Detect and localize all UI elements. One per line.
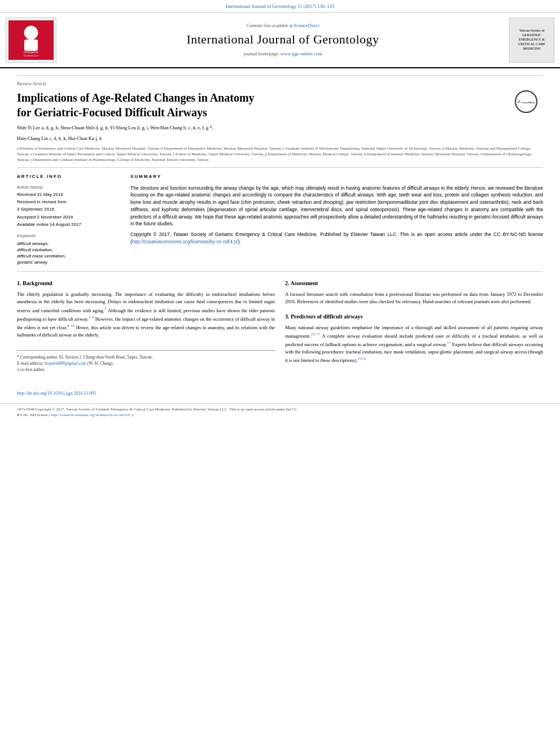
journal-title: International Journal of Gerontology xyxy=(62,31,504,49)
article-info-heading: ARTICLE INFO xyxy=(17,173,121,180)
contents-label: Contents lists available at xyxy=(247,23,293,28)
journal-logo-right: Taiwan Society of GERIATRIC EMERGENCY & … xyxy=(509,18,554,63)
ref-17: 17 xyxy=(447,340,451,344)
article-type: Review Article xyxy=(17,75,543,88)
section3-paragraph: Many national airway guidelines emphasiz… xyxy=(285,324,543,364)
article-info-column: ARTICLE INFO Article history: Received 3… xyxy=(17,173,121,265)
email-link[interactable]: branden888@gmail.com xyxy=(45,361,86,366)
ref-1: 1 xyxy=(104,307,106,311)
copyright-body: Copyright © 2017, Taiwan Society of Geri… xyxy=(130,231,543,244)
keyword-3: difficult mask ventilation, xyxy=(17,253,121,259)
footnote-email: E-mail address: branden888@gmail.com (W.… xyxy=(17,360,275,366)
title-section: Implications of Age-Related Changes in A… xyxy=(17,90,543,120)
section2-heading: 2. Assessment xyxy=(285,279,543,287)
section1-paragraph: The elderly population is gradually incr… xyxy=(17,291,275,339)
history-label: Article history: xyxy=(17,185,121,191)
bottom-bar: 1873-9598/Copyright © 2017, Taiwan Socie… xyxy=(0,403,560,424)
ref-15-17: 15–17 xyxy=(311,332,320,336)
contents-available-line: Contents lists available at ScienceDirec… xyxy=(62,23,504,29)
authors-line-1: Shih-Yi Lee a, d, g, h, Shou-Chuan Shih … xyxy=(17,124,543,132)
cc-license-link[interactable]: http://creativecommons.org/licenses/by-n… xyxy=(132,239,238,244)
accepted-date: Accepted 2 November 2016 xyxy=(17,214,121,220)
revised-form-label: Received in revised form xyxy=(17,199,121,205)
keywords-list: difficult airways, difficult intubation,… xyxy=(17,241,121,266)
journal-citation-bar: International Journal of Gerontology 11 … xyxy=(0,0,560,13)
svg-text:& Critical Care: & Critical Care xyxy=(24,54,39,57)
main-content: Review Article Implications of Age-Relat… xyxy=(0,68,560,385)
body-left-col: 1. Background The elderly population is … xyxy=(17,279,275,373)
svg-text:Emergency: Emergency xyxy=(24,50,38,54)
bottom-copyright: 1873-9598/Copyright © 2017, Taiwan Socie… xyxy=(17,407,543,413)
ref-9-14: 9–14 xyxy=(67,324,75,327)
keyword-2: difficult intubation, xyxy=(17,247,121,253)
crossmark-icon: ✓ CrossMark xyxy=(515,90,537,113)
summary-heading: SUMMARY xyxy=(130,173,543,180)
ref-2-8: 2–8 xyxy=(89,315,94,319)
section1-heading: 1. Background xyxy=(17,279,275,287)
article-title: Implications of Age-Related Changes in A… xyxy=(17,90,543,120)
affiliations: a Division of Pulmonary and Critical Car… xyxy=(17,146,543,168)
bottom-license: BY-NC-ND license ( http://creativecommon… xyxy=(17,412,543,418)
footnote-divider: * Corresponding author. 92, Section 2, C… xyxy=(17,350,275,373)
journal-logo-left: Emergency & Critical Care xyxy=(6,18,56,63)
homepage-url[interactable]: www.ijge-online.com xyxy=(281,51,322,56)
footnote-corresponding: * Corresponding author. 92, Section 2, C… xyxy=(17,354,275,360)
doi-link[interactable]: http://dx.doi.org/10.1016/j.ijge.2016.11… xyxy=(17,391,96,396)
copyright-text: Copyright © 2017, Taiwan Society of Geri… xyxy=(130,231,543,246)
keywords-label: Keywords: xyxy=(17,233,121,239)
section2-paragraph: A focused literature search with consult… xyxy=(285,291,543,305)
info-summary-section: ARTICLE INFO Article history: Received 3… xyxy=(17,173,543,272)
keyword-1: difficult airways, xyxy=(17,241,121,247)
journal-homepage-line: journal homepage: www.ijge-online.com xyxy=(62,51,504,58)
journal-center-header: Contents lists available at ScienceDirec… xyxy=(56,23,509,58)
revised-date: 3 September 2016 xyxy=(17,206,121,212)
footnote-cofirst: x co-first author. xyxy=(17,366,275,373)
crossmark-badge: ✓ CrossMark xyxy=(515,90,537,113)
svg-rect-2 xyxy=(24,40,38,51)
body-two-col: 1. Background The elderly population is … xyxy=(17,279,543,373)
ref-15-16: 15,16 xyxy=(357,356,366,360)
summary-text: The structure and function surrounding t… xyxy=(130,185,543,246)
svg-point-1 xyxy=(24,26,38,40)
authors-line-2: Hsin-Chang Lin c, d, h, k, Hui-Chun Ku j… xyxy=(17,135,543,142)
doi-line: http://dx.doi.org/10.1016/j.ijge.2016.11… xyxy=(0,390,560,399)
body-right-col: 2. Assessment A focused literature searc… xyxy=(285,279,543,373)
sciencedirect-link[interactable]: ScienceDirect xyxy=(294,23,320,28)
received-date: Received 31 May 2016 xyxy=(17,191,121,198)
homepage-label: journal homepage: xyxy=(243,51,279,56)
section3-heading: 3. Predictors of difficult airways xyxy=(285,313,543,321)
available-online-date: Available online 14 August 2017 xyxy=(17,221,121,228)
keyword-4: geriatric airway xyxy=(17,259,121,265)
journal-header: Emergency & Critical Care Contents lists… xyxy=(0,13,560,68)
bottom-license-link[interactable]: http://creativecommons.org/licenses/by-n… xyxy=(51,413,130,417)
journal-citation: International Journal of Gerontology 11 … xyxy=(226,3,334,9)
summary-body: The structure and function surrounding t… xyxy=(130,185,543,227)
summary-column: SUMMARY The structure and function surro… xyxy=(130,173,543,265)
